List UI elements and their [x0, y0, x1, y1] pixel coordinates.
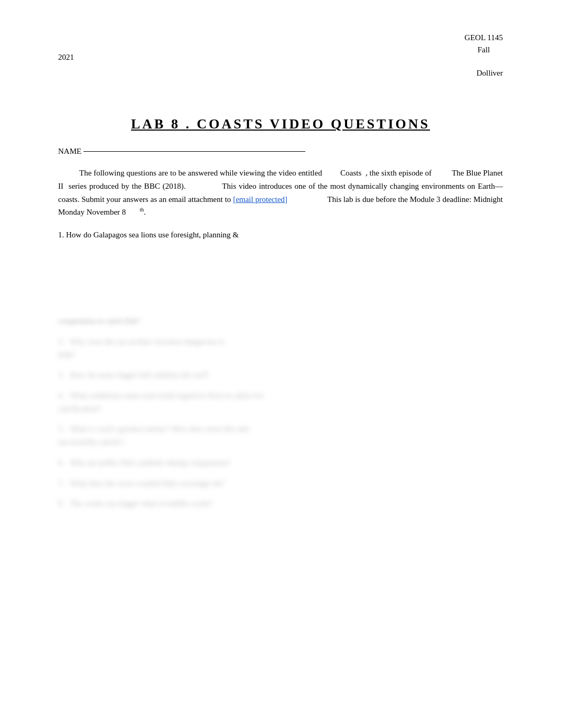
course-label: GEOL 1145	[464, 32, 503, 44]
page-title: LAB 8 . COASTS VIDEO QUESTIONS	[58, 116, 503, 132]
name-label: NAME	[58, 147, 81, 156]
superscript-th: th	[140, 207, 144, 213]
answer-space-1	[58, 251, 503, 315]
email-link[interactable]: [email protected]	[233, 195, 287, 204]
question-5: 5. What is coral's greatest enemy? How t…	[58, 422, 503, 449]
question-2: 2. Why were the sea urchins' invasion da…	[58, 335, 503, 362]
header-year: 2021	[58, 53, 74, 62]
question-1-continuation: cooperation to catch fish?	[58, 315, 503, 328]
question-3: 3. How do some trigger fish stabilize th…	[58, 368, 503, 382]
question-8: 8. The corals can trigger what in bubble…	[58, 497, 503, 510]
page: GEOL 1145 Fall 2021 Dolliver LAB 8 . COA…	[0, 0, 561, 728]
question-7: 7. What does the wave-washed filter scav…	[58, 477, 503, 490]
instructor-label: Dolliver	[476, 69, 503, 78]
name-underline	[83, 151, 305, 152]
header-course-info: GEOL 1145 Fall	[464, 32, 503, 56]
question-6: 6. Who are puffer fish's unlikely dining…	[58, 456, 503, 469]
question-1: 1. How do Galapagos sea lions use foresi…	[58, 228, 503, 242]
semester-label: Fall	[464, 44, 503, 56]
name-field-row: NAME	[58, 147, 503, 156]
main-content: LAB 8 . COASTS VIDEO QUESTIONS NAME The …	[58, 116, 503, 510]
question-4: 4. What conditions must exist (with rega…	[58, 389, 503, 416]
intro-paragraph: The following questions are to be answer…	[58, 167, 503, 219]
